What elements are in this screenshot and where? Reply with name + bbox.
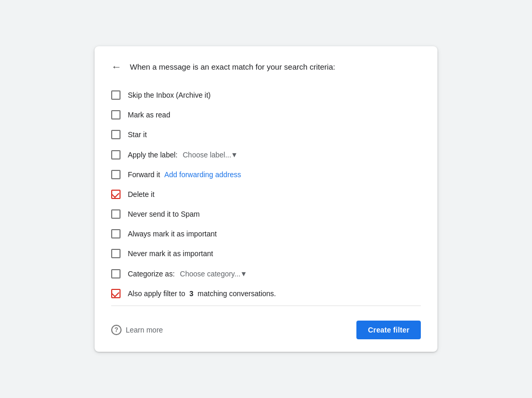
option-apply-label: Apply the label: Choose label... ▾	[111, 144, 421, 165]
header-description: When a message is an exact match for you…	[130, 62, 335, 71]
choose-label-placeholder: Choose label...	[183, 151, 231, 159]
also-apply-after-text: matching conversations.	[197, 289, 276, 298]
choose-label-dropdown[interactable]: Choose label... ▾	[182, 150, 237, 160]
option-forward-it: Forward it Add forwarding address	[111, 165, 421, 184]
checkbox-categorize-as[interactable]	[111, 269, 121, 278]
label-star-it: Star it	[128, 130, 147, 139]
add-forwarding-address-link[interactable]: Add forwarding address	[164, 170, 241, 179]
back-button[interactable]: ←	[111, 61, 122, 73]
learn-more-label: Learn more	[126, 326, 163, 334]
choose-category-dropdown[interactable]: Choose category... ▾	[179, 269, 246, 278]
checkbox-never-spam[interactable]	[111, 209, 121, 219]
option-never-spam: Never send it to Spam	[111, 204, 421, 224]
option-never-important: Never mark it as important	[111, 244, 421, 263]
card-header: ← When a message is an exact match for y…	[111, 61, 421, 73]
option-skip-inbox: Skip the Inbox (Archive it)	[111, 85, 421, 105]
label-never-spam: Never send it to Spam	[128, 210, 200, 218]
label-apply-label: Apply the label: Choose label... ▾	[128, 150, 237, 160]
dropdown-arrow-label: ▾	[232, 150, 236, 160]
matching-count: 3	[190, 289, 194, 298]
filter-actions-card: ← When a message is an exact match for y…	[95, 46, 437, 352]
card-footer: ? Learn more Create filter	[111, 316, 421, 339]
checkbox-skip-inbox[interactable]	[111, 90, 121, 100]
option-mark-as-read: Mark as read	[111, 105, 421, 125]
learn-more-section: ? Learn more	[111, 325, 163, 335]
create-filter-button[interactable]: Create filter	[356, 321, 421, 339]
checkbox-star-it[interactable]	[111, 130, 121, 139]
label-skip-inbox: Skip the Inbox (Archive it)	[128, 91, 211, 99]
checkbox-always-important[interactable]	[111, 229, 121, 238]
checkbox-apply-label[interactable]	[111, 150, 121, 160]
label-mark-as-read: Mark as read	[128, 111, 170, 119]
label-never-important: Never mark it as important	[128, 249, 213, 258]
help-icon[interactable]: ?	[111, 325, 122, 335]
checkbox-also-apply-filter[interactable]	[111, 289, 121, 298]
label-also-apply-filter: Also apply filter to 3 matching conversa…	[128, 289, 276, 298]
option-delete-it: Delete it	[111, 184, 421, 204]
checkbox-forward-it[interactable]	[111, 170, 121, 179]
option-always-important: Always mark it as important	[111, 224, 421, 244]
footer-divider	[111, 306, 421, 306]
apply-label-text: Apply the label:	[128, 151, 178, 159]
dropdown-arrow-category: ▾	[242, 269, 246, 278]
option-star-it: Star it	[111, 125, 421, 144]
label-categorize-as: Categorize as: Choose category... ▾	[128, 269, 247, 278]
checkbox-mark-as-read[interactable]	[111, 110, 121, 120]
option-categorize-as: Categorize as: Choose category... ▾	[111, 263, 421, 284]
label-always-important: Always mark it as important	[128, 230, 217, 238]
option-also-apply-filter: Also apply filter to 3 matching conversa…	[111, 284, 421, 303]
label-forward-it: Forward it Add forwarding address	[128, 170, 241, 179]
choose-category-placeholder: Choose category...	[180, 270, 240, 278]
options-list: Skip the Inbox (Archive it) Mark as read…	[111, 85, 421, 303]
checkbox-delete-it[interactable]	[111, 190, 121, 199]
also-apply-before-text: Also apply filter to	[128, 289, 185, 298]
label-delete-it: Delete it	[128, 190, 154, 198]
checkbox-never-important[interactable]	[111, 249, 121, 258]
categorize-as-text: Categorize as:	[128, 270, 175, 278]
forward-it-text: Forward it	[128, 170, 160, 179]
